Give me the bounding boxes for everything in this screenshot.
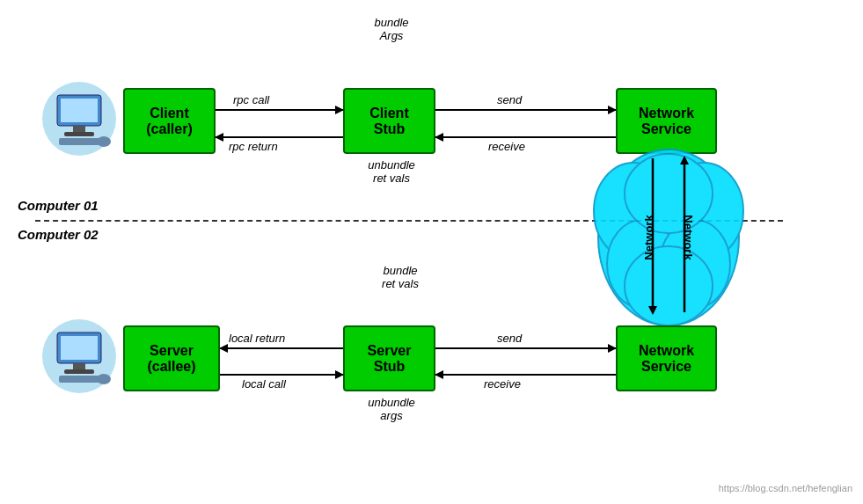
rpc-call-label: rpc call (233, 93, 269, 106)
local-call-label: local call (242, 377, 286, 391)
svg-rect-24 (64, 369, 94, 374)
unbundle-ret-vals-label: unbundleret vals (343, 158, 440, 185)
computer-top-icon (40, 79, 119, 158)
bundle-args-label: bundleArgs (352, 16, 431, 42)
network-cloud-container: Network Network (581, 123, 757, 352)
svg-rect-4 (64, 132, 94, 136)
server-box: Server(callee) (123, 325, 220, 391)
send-bottom-label: send (497, 332, 522, 345)
svg-rect-5 (59, 138, 99, 145)
unbundle-args-label: unbundleargs (343, 396, 440, 422)
bundle-ret-vals-label: bundleret vals (352, 264, 449, 290)
rpc-return-label: rpc return (229, 140, 278, 153)
svg-rect-25 (59, 376, 99, 383)
svg-rect-3 (73, 126, 85, 133)
network-service-bottom-box: NetworkService (616, 325, 717, 391)
server-stub-box: ServerStub (343, 325, 435, 391)
svg-rect-22 (61, 336, 98, 360)
watermark: https://blog.csdn.net/hefenglian (719, 483, 852, 493)
svg-rect-2 (61, 99, 98, 122)
svg-point-26 (97, 374, 111, 384)
diagram-container: { "title": "RPC Diagram", "computer01_la… (0, 0, 863, 504)
receive-top-label: receive (488, 140, 525, 153)
computer02-label: Computer 02 (18, 227, 99, 242)
svg-text:Network: Network (642, 215, 655, 260)
receive-bottom-label: receive (484, 377, 521, 391)
svg-text:Network: Network (682, 215, 695, 260)
send-top-label: send (497, 93, 522, 106)
svg-point-12 (625, 154, 713, 233)
computer01-label: Computer 01 (18, 198, 99, 213)
svg-point-6 (97, 136, 111, 147)
computer-bottom-icon (40, 317, 119, 396)
svg-point-13 (625, 246, 713, 325)
svg-rect-23 (73, 363, 85, 370)
local-return-label: local return (229, 332, 285, 345)
client-stub-box: ClientStub (343, 88, 435, 154)
client-box: Client(caller) (123, 88, 216, 154)
